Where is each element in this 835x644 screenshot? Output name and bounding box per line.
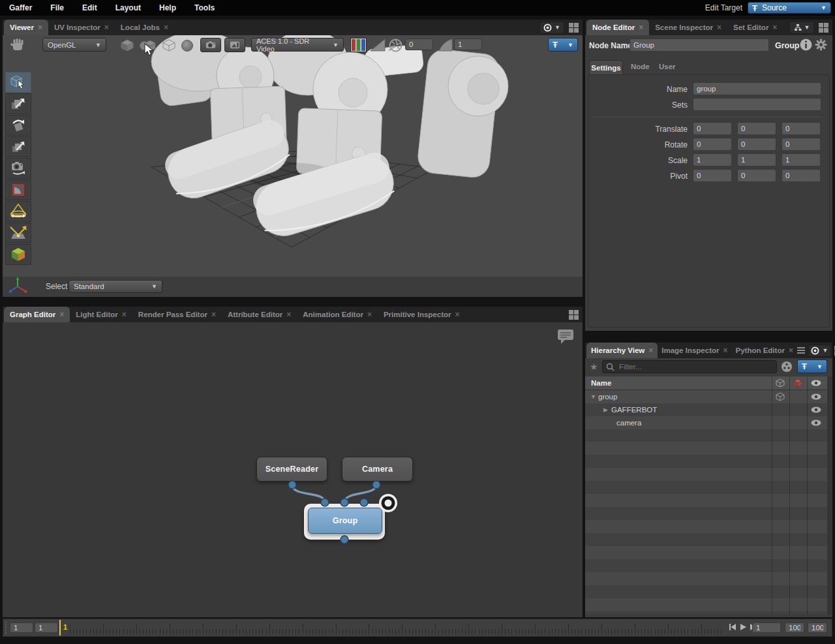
tab-image-inspector[interactable]: Image Inspector× [658,343,731,358]
close-icon[interactable]: × [455,310,459,319]
focus-follow-button[interactable]: ▼ [539,22,564,34]
display-transform-dropdown[interactable]: ACES 1.0 - SDR Video▼ [251,38,344,52]
drag-handle[interactable] [5,622,8,634]
pivot-y-input[interactable] [737,169,776,182]
info-icon[interactable] [800,38,812,51]
close-icon[interactable]: × [648,346,653,355]
select-mode-dropdown[interactable]: Standard▼ [68,280,162,293]
node-name-input[interactable] [630,38,769,52]
close-icon[interactable]: × [789,346,793,355]
timeline-field-a[interactable] [10,622,33,633]
sphere-shading-icon[interactable] [181,39,194,52]
close-icon[interactable]: × [772,23,777,32]
close-icon[interactable]: × [164,23,168,32]
tab-hierarchy-view[interactable]: Hierarchy View× [586,343,658,358]
expand-icon[interactable]: ▼ [590,393,598,400]
frame-end-input[interactable] [785,622,804,633]
hierarchy-row-gafferbot[interactable]: ▶ GAFFERBOT [585,403,827,416]
translate-y-input[interactable] [737,122,776,135]
frame-range-input[interactable] [808,622,827,633]
scale-tool-button[interactable] [5,136,31,157]
hierarchy-row-camera[interactable]: camera [585,416,827,429]
scale-x-input[interactable] [693,153,732,166]
node-set-button[interactable]: ▼ [789,22,814,34]
play-icon[interactable] [739,623,747,631]
close-icon[interactable]: × [717,23,721,32]
tab-local-jobs[interactable]: Local Jobs× [115,20,174,35]
viewport-3d[interactable] [3,35,583,277]
subtab-settings[interactable]: Settings [589,60,623,75]
exposure-input[interactable] [405,38,433,50]
tab-graph-editor[interactable]: Graph Editor× [4,307,70,322]
cube-icon[interactable] [776,392,785,401]
gamma-input[interactable] [454,38,482,50]
rotate-y-input[interactable] [737,138,776,151]
menu-layout[interactable]: Layout [106,3,150,12]
edit-target-dropdown[interactable]: ŦSource ▼ [748,2,831,14]
pivot-x-input[interactable] [693,169,732,182]
timeline-field-b[interactable] [35,622,58,633]
tab-animation-editor[interactable]: Animation Editor× [297,307,378,322]
display-options-button[interactable] [224,38,245,52]
close-icon[interactable]: × [59,310,64,319]
star-icon[interactable]: ★ [590,361,598,372]
close-icon[interactable]: × [211,310,216,319]
close-icon[interactable]: × [723,346,727,355]
rotate-x-input[interactable] [693,138,732,151]
tab-scene-inspector[interactable]: Scene Inspector× [649,20,727,35]
close-icon[interactable]: × [104,23,109,32]
layout-menu-icon[interactable] [569,310,579,320]
shading-solid-icon[interactable] [121,39,134,52]
crop-window-tool-button[interactable] [5,179,31,200]
light-position-tool-button[interactable] [5,222,31,243]
tab-uv-inspector[interactable]: UV Inspector× [48,20,115,35]
focus-follow-button[interactable]: ▼ [808,345,831,357]
wireframe-cube-icon[interactable] [162,39,175,52]
menu-gaffer[interactable]: Gaffer [0,3,41,12]
rotate-tool-button[interactable] [5,115,31,136]
timeline-ruler[interactable] [70,622,725,634]
close-icon[interactable]: × [122,310,127,319]
menu-tools[interactable]: Tools [185,3,224,12]
frame-start-input[interactable] [752,622,781,633]
close-icon[interactable]: × [286,310,291,319]
luminance-triangle-icon[interactable] [370,38,386,52]
tab-render-pass-editor[interactable]: Render Pass Editor× [132,307,222,322]
red-cube-column-icon[interactable] [793,378,802,388]
menu-file[interactable]: File [41,3,73,12]
tab-light-editor[interactable]: Light Editor× [70,307,132,322]
visibility-eye-icon[interactable] [811,406,821,413]
menu-edit[interactable]: Edit [73,3,106,12]
pan-hand-icon[interactable] [9,38,26,54]
filter-input[interactable] [618,362,764,371]
playhead[interactable] [59,620,61,636]
layout-menu-icon[interactable] [569,23,579,33]
close-icon[interactable]: × [639,23,643,32]
visibility-eye-icon[interactable] [811,420,821,426]
camera-tool-button[interactable] [5,158,31,179]
renderer-dropdown[interactable]: OpenGL▼ [42,38,106,52]
light-tool-button[interactable] [5,201,31,222]
tab-attribute-editor[interactable]: Attribute Editor× [222,307,297,322]
viewer-pin-button[interactable]: Ŧ▼ [548,38,578,52]
tab-viewer[interactable]: Viewer× [4,20,48,35]
menu-help[interactable]: Help [150,3,185,12]
translate-x-input[interactable] [693,122,732,135]
scale-z-input[interactable] [782,153,821,166]
tab-python-editor[interactable]: Python Editor× [732,343,797,358]
list-icon[interactable] [797,347,805,354]
channel-select-icon[interactable] [350,38,367,52]
hierarchy-pin-button[interactable]: Ŧ▼ [797,360,827,373]
tab-node-editor[interactable]: Node Editor× [586,20,649,35]
visibility-column-icon[interactable] [811,380,821,386]
camera-settings-button[interactable] [200,38,221,52]
close-icon[interactable]: × [367,310,372,319]
pivot-z-input[interactable] [782,169,821,182]
subtab-user[interactable]: User [659,63,676,70]
close-icon[interactable]: × [38,23,42,32]
translate-z-input[interactable] [782,122,821,135]
skip-start-icon[interactable] [729,623,736,631]
sets-input[interactable] [693,98,821,111]
scrollbar-track[interactable] [827,376,832,615]
layout-menu-icon[interactable] [819,23,828,33]
